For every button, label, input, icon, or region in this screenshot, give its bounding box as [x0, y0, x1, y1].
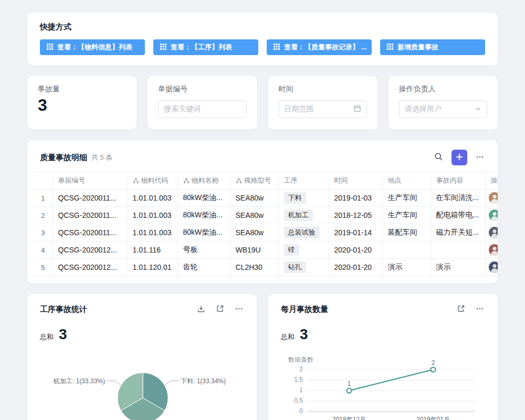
search-button[interactable]: [433, 151, 444, 164]
table-row[interactable]: 3QCSG-2020011...1.01.01.00380kW柴油...SEA8…: [34, 224, 498, 242]
material-code-cell: 1.01.01.003: [127, 207, 177, 224]
table-body: 1QCSG-2020011...1.01.01.00380kW柴油...SEA8…: [34, 190, 498, 276]
shortcut-button-label: 查看：【工序】列表: [171, 43, 232, 52]
column-header-label: 规格型号: [244, 176, 271, 185]
spec-cell: WB19U: [230, 242, 278, 259]
pie-slice-label: 机加工: 1(33.33%): [54, 377, 105, 386]
table-row[interactable]: 4QCSG-2020012...1.01.116弯板WB19U镗2020-01-…: [34, 242, 498, 259]
process-tag: 镗: [284, 244, 299, 256]
line-chart: 数据条数 时间（月） 00.511.5212018年12月22019年01月: [281, 347, 485, 420]
operator-placeholder: 请选择用户: [405, 104, 442, 114]
table-header-bar: 质量事故明细 共 5 条: [27, 140, 498, 172]
date-cell: 2020-01-20: [329, 259, 382, 276]
linked-field-icon: [236, 177, 242, 184]
charts-row: 工序事故统计: [27, 294, 498, 420]
place-cell: [382, 242, 430, 259]
line-total-row: 总和 3: [281, 326, 485, 343]
date-range-input[interactable]: 日期范围: [279, 100, 367, 118]
avatar: [489, 227, 498, 238]
doc-number-cell: QCSG-2020012...: [52, 242, 127, 259]
x-tick-label: 2019年01月: [416, 415, 450, 420]
process-cell: 下料: [278, 190, 329, 207]
line-total-label: 总和: [281, 332, 295, 342]
avatar: [489, 209, 498, 221]
filter-card-operator: 操作负责人 请选择用户: [388, 76, 498, 130]
column-header-5: 工序: [278, 172, 329, 190]
avatar: [489, 244, 498, 256]
pie-total-value: 3: [59, 326, 67, 343]
column-header-label: 操作负责人: [491, 176, 498, 185]
search-icon: [434, 152, 443, 163]
shortcut-button-label: 查看：【物料信息】列表: [57, 43, 132, 52]
process-cell: 机加工: [278, 207, 329, 224]
date-cell: 2019-01-14: [329, 224, 382, 242]
operator-select[interactable]: 请选择用户: [399, 100, 487, 118]
line-total-value: 3: [300, 326, 308, 343]
process-tag: 下料: [284, 192, 306, 204]
table-row[interactable]: 2QCSG-2020011...1.01.01.00380kW柴油...SEA8…: [34, 207, 498, 224]
shortcut-button-3[interactable]: 新增质量事故: [380, 39, 485, 55]
expand-chart-button[interactable]: [456, 303, 466, 316]
shortcut-button-2[interactable]: 查看：【质量事故记录】 ...: [267, 39, 372, 55]
spec-cell: SEA80w: [230, 207, 278, 224]
accidents-table-scroll[interactable]: 单据编号物料代码物料名称规格型号工序时间地点事故内容操作负责人 1QCSG-20…: [34, 172, 498, 276]
doc-number-search-input[interactable]: 搜索关键词: [158, 100, 246, 118]
shortcut-button-1[interactable]: 查看：【工序】列表: [153, 39, 258, 55]
pie-total-label: 总和: [40, 332, 54, 342]
spec-cell: SEA80w: [230, 190, 278, 207]
line-more-button[interactable]: [475, 303, 485, 316]
calendar-icon: [353, 104, 361, 114]
column-header-label: 单据编号: [58, 176, 86, 185]
content-cell: 演示: [430, 259, 485, 276]
table-more-button[interactable]: [475, 152, 485, 164]
process-tag: 总装试验: [284, 227, 320, 238]
place-cell: 生产车间: [382, 207, 430, 224]
place-cell: 装配车间: [382, 224, 430, 242]
shortcut-button-label: 查看：【质量事故记录】 ...: [284, 43, 366, 52]
table-header-row: 单据编号物料代码物料名称规格型号工序时间地点事故内容操作负责人: [34, 172, 498, 190]
table-row[interactable]: 1QCSG-2020011...1.01.01.00380kW柴油...SEA8…: [34, 190, 498, 207]
place-cell: 生产车间: [382, 190, 430, 207]
pie-slice-label: 下料: 1(33.34%): [181, 377, 226, 386]
stat-value: 3: [38, 96, 126, 114]
grid-icon: [47, 44, 53, 51]
process-cell: 钻孔: [278, 259, 329, 276]
table-count: 共 5 条: [91, 153, 112, 162]
operator-label: 操作负责人: [399, 85, 487, 94]
table-row[interactable]: 5QCSG-2020012...1.01.120.01齿轮CL2H30钻孔202…: [34, 259, 498, 276]
y-tick-label: 2: [281, 365, 303, 373]
operator-cell: [485, 242, 498, 259]
filter-card-time: 时间 日期范围: [268, 76, 377, 130]
material-name-cell: 80kW柴油...: [177, 224, 230, 242]
more-icon: [476, 153, 484, 163]
shortcut-button-0[interactable]: 查看：【物料信息】列表: [40, 39, 145, 55]
line-chart-title: 每月事故数量: [281, 304, 328, 314]
grid-icon: [387, 44, 393, 51]
pie-chart-card: 工序事故统计: [27, 294, 257, 420]
y-tick-label: 1: [281, 386, 303, 394]
pie-chart-title: 工序事故统计: [40, 304, 87, 314]
y-tick-label: 0.5: [281, 397, 303, 404]
doc-number-placeholder: 搜索关键词: [164, 104, 201, 114]
stat-card-accident-count: 事故量 3: [27, 76, 136, 130]
accidents-table: 单据编号物料代码物料名称规格型号工序时间地点事故内容操作负责人 1QCSG-20…: [34, 172, 498, 276]
row-number-cell: 2: [34, 207, 52, 224]
operator-cell: [485, 207, 498, 224]
material-name-cell: 80kW柴油...: [177, 190, 230, 207]
point-value-label: 1: [348, 380, 351, 387]
column-header-9: 操作负责人: [485, 172, 498, 190]
spec-cell: CL2H30: [230, 259, 278, 276]
pie-chart: 下料: 1(33.34%)总装试验: 1(33.33%)机加工: 1(33.33…: [40, 347, 244, 420]
more-icon: [235, 304, 243, 314]
y-tick-label: 1.5: [281, 376, 303, 383]
shortcuts-card: 快捷方式 查看：【物料信息】列表查看：【工序】列表查看：【质量事故记录】 ...…: [27, 13, 498, 66]
line-chart-card: 每月事故数量: [268, 294, 498, 420]
column-header-label: 工序: [284, 176, 298, 185]
download-chart-button[interactable]: [196, 303, 206, 316]
expand-chart-button[interactable]: [215, 303, 225, 316]
pie-chart-header: 工序事故统计: [40, 303, 244, 316]
column-header-6: 时间: [329, 172, 382, 190]
pie-more-button[interactable]: [234, 303, 244, 316]
column-header-8: 事故内容: [430, 172, 485, 190]
add-record-button[interactable]: [452, 150, 467, 165]
